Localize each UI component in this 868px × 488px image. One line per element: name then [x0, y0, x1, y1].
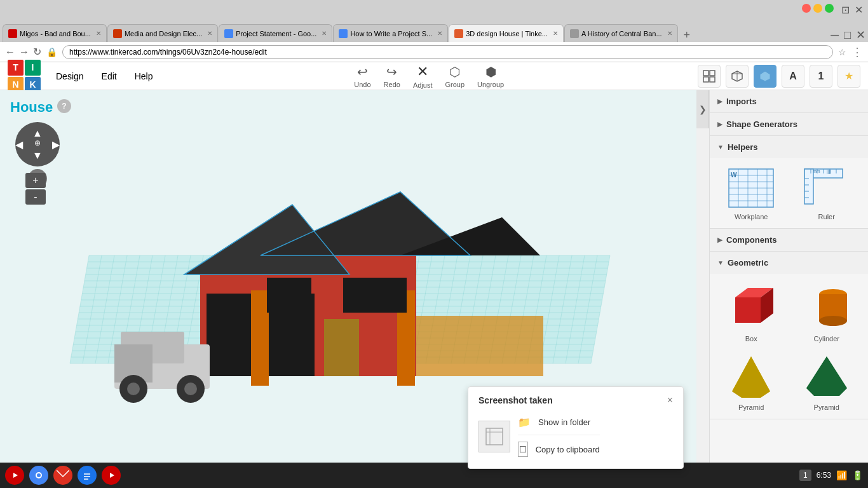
- help-btn[interactable]: ?: [57, 99, 71, 113]
- shape-generators-header[interactable]: ▶ Shape Generators: [710, 113, 868, 135]
- workplane-item[interactable]: W Workplane: [717, 166, 785, 220]
- close-btn[interactable]: ✕: [855, 4, 863, 16]
- nav-buttons: ← → ↻: [5, 46, 41, 58]
- window-right: [343, 278, 407, 313]
- pyramid-yellow-item[interactable]: Pyramid: [717, 350, 785, 411]
- taskbar-youtube[interactable]: [5, 466, 24, 485]
- tab-close-migos[interactable]: ✕: [96, 30, 101, 37]
- address-input[interactable]: [62, 45, 833, 59]
- undo-btn[interactable]: ↩ Undo: [354, 64, 370, 88]
- close-browser-btn[interactable]: ✕: [856, 28, 865, 42]
- grid-view-btn[interactable]: [698, 65, 721, 88]
- box-item[interactable]: Box: [717, 281, 785, 342]
- tab-history[interactable]: A History of Central Ban... ✕: [564, 24, 678, 42]
- minimize-btn[interactable]: ─: [831, 29, 839, 42]
- tab-label-project: Project Statement - Goo...: [236, 30, 316, 37]
- tab-label-migos: Migos - Bad and Bou...: [20, 30, 91, 37]
- svg-marker-112: [732, 356, 770, 398]
- zoom-out-btn[interactable]: -: [25, 189, 46, 205]
- redo-label: Redo: [384, 81, 400, 88]
- menu-edit[interactable]: Edit: [94, 67, 125, 85]
- notification-count: 1: [799, 470, 811, 481]
- window-controls: ⊡ ✕: [802, 4, 863, 16]
- components-header[interactable]: ▶ Components: [710, 229, 868, 251]
- taskbar-gmail[interactable]: [53, 466, 72, 485]
- svg-text:||||: ||||: [827, 169, 831, 174]
- minimize-window-btn[interactable]: [813, 4, 822, 13]
- refresh-btn[interactable]: ↻: [33, 46, 41, 58]
- menu-help[interactable]: Help: [127, 67, 161, 85]
- undo-label: Undo: [354, 81, 370, 88]
- right-extension: [416, 316, 543, 376]
- ruler-item[interactable]: mm |||| Ruler: [793, 166, 861, 220]
- geometric-label: Geometric: [728, 258, 768, 268]
- tab-favicon-howto: [339, 29, 348, 38]
- canvas-area[interactable]: House ? ▲ ◀ ⊕ ▶ ▼: [0, 90, 696, 488]
- tab-tinkercad[interactable]: 3D design House | Tinke... ✕: [449, 24, 564, 42]
- window-left: [267, 278, 311, 313]
- taskbar-chrome[interactable]: [29, 466, 48, 485]
- orbit-left-arrow: ◀: [15, 139, 23, 151]
- star-icon[interactable]: ☆: [838, 47, 846, 57]
- menu-design[interactable]: Design: [48, 67, 92, 85]
- geometric-content: Box Cylinder: [710, 274, 868, 419]
- geometric-header[interactable]: ▼ Geometric: [710, 252, 868, 274]
- address-bar: ← → ↻ 🔒 ☆ ⋮: [0, 42, 868, 62]
- main-content: House ? ▲ ◀ ⊕ ▶ ▼: [0, 90, 868, 488]
- star-btn[interactable]: ★: [837, 65, 860, 88]
- orbit-center: ⊕: [34, 139, 41, 151]
- menu-icon[interactable]: ⋮: [851, 45, 863, 59]
- popup-close-btn[interactable]: ×: [667, 395, 673, 406]
- tab-project-statement[interactable]: Project Statement - Goo... ✕: [219, 24, 332, 42]
- shape-generators-label: Shape Generators: [726, 119, 797, 129]
- tab-media[interactable]: Media and Design Elec... ✕: [107, 24, 218, 42]
- svg-text:W: W: [731, 172, 737, 179]
- tinkercad-logo[interactable]: T I N K: [8, 60, 41, 93]
- taskbar-docs[interactable]: [78, 466, 97, 485]
- orbit-control[interactable]: ▲ ◀ ⊕ ▶ ▼: [15, 122, 60, 166]
- restore-btn[interactable]: ⊡: [841, 4, 850, 16]
- tab-close-tinkercad[interactable]: ✕: [553, 30, 558, 37]
- show-in-folder-btn[interactable]: 📁 Show in folder: [518, 412, 600, 432]
- group-btn[interactable]: ⬡ Group: [445, 64, 465, 88]
- svg-marker-105: [735, 297, 761, 323]
- zoom-in-btn[interactable]: +: [25, 173, 46, 188]
- pillar-left: [251, 290, 269, 386]
- number-btn[interactable]: 1: [810, 65, 832, 88]
- taskbar-youtube2[interactable]: [102, 466, 121, 485]
- svg-point-110: [819, 316, 847, 326]
- imports-header[interactable]: ▶ Imports: [710, 90, 868, 112]
- tab-how-to-write[interactable]: How to Write a Project S... ✕: [333, 24, 448, 42]
- new-tab-btn[interactable]: +: [679, 29, 696, 42]
- ungroup-btn[interactable]: ⬢ Ungroup: [477, 64, 504, 88]
- forward-btn[interactable]: →: [19, 46, 29, 58]
- panel-collapse-btn[interactable]: ❯: [696, 90, 709, 128]
- ungroup-icon: ⬢: [485, 64, 496, 79]
- pyramid-green-item[interactable]: Pyramid: [793, 350, 861, 411]
- maximize-window-btn[interactable]: [825, 4, 834, 13]
- tab-migos[interactable]: Migos - Bad and Bou... ✕: [3, 24, 107, 42]
- maximize-restore-btn[interactable]: □: [844, 29, 851, 42]
- svg-rect-121: [82, 469, 92, 482]
- tab-close-history[interactable]: ✕: [667, 30, 672, 37]
- geometric-section: ▼ Geometric: [710, 252, 868, 419]
- redo-btn[interactable]: ↪ Redo: [384, 64, 400, 88]
- canvas-title: House: [10, 99, 53, 116]
- back-btn[interactable]: ←: [5, 46, 15, 58]
- tab-close-project[interactable]: ✕: [322, 30, 327, 37]
- cylinder-item[interactable]: Cylinder: [793, 281, 861, 342]
- imports-arrow: ▶: [717, 98, 722, 105]
- popup-title: Screenshot taken: [478, 395, 553, 405]
- tab-close-howto[interactable]: ✕: [437, 30, 442, 37]
- tab-close-media[interactable]: ✕: [207, 30, 212, 37]
- imports-section: ▶ Imports: [710, 90, 868, 113]
- close-window-btn[interactable]: [802, 4, 811, 13]
- helpers-header[interactable]: ▼ Helpers: [710, 136, 868, 158]
- text-btn[interactable]: A: [782, 65, 804, 88]
- copy-to-clipboard-btn[interactable]: □ Copy to clipboard: [518, 438, 600, 461]
- 3d-box-btn[interactable]: [726, 65, 749, 88]
- svg-rect-0: [703, 71, 709, 76]
- adjust-btn[interactable]: ✕ Adjust: [413, 64, 433, 89]
- solid-view-btn[interactable]: [754, 65, 776, 88]
- helpers-arrow: ▼: [717, 144, 724, 151]
